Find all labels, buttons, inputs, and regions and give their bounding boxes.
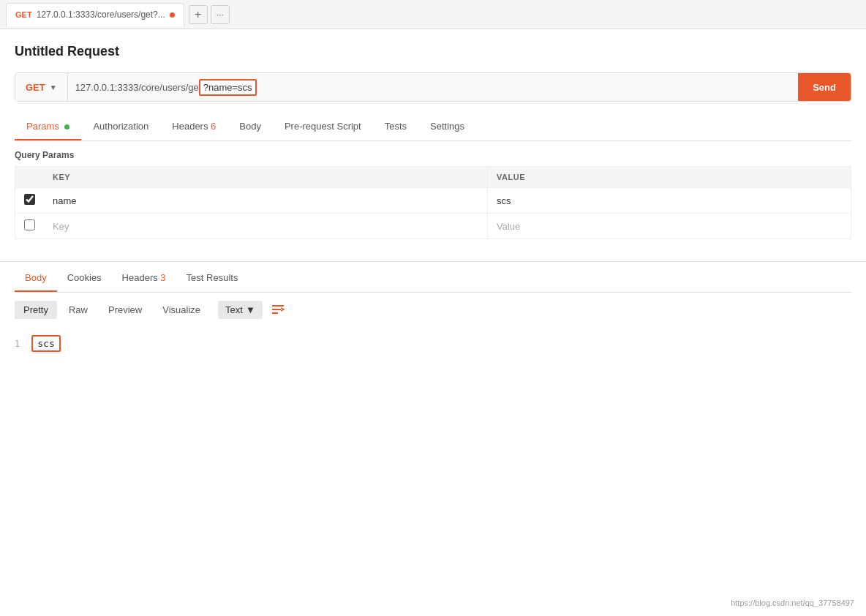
headers-badge: 6 [211,121,216,132]
response-body: 1 scs [15,326,851,361]
method-dropdown-arrow: ▼ [50,83,57,91]
tab-body[interactable]: Body [227,113,273,140]
wrap-button[interactable] [266,300,292,319]
row-checkbox-cell [15,188,45,214]
url-bar: GET ▼ 127.0.0.1:3333/core/users/ge ?name… [15,72,851,102]
add-tab-button[interactable]: + [189,5,208,24]
params-table: KEY VALUE name scs Key [15,166,851,239]
col-check [15,167,45,188]
tab-dot [170,12,175,18]
response-section: Body Cookies Headers 3 Test Results Pret… [0,262,866,375]
url-prefix: 127.0.0.1:3333/core/users/ge [75,82,199,93]
dropdown-arrow-icon: ▼ [246,304,255,315]
wrap-icon [271,304,286,315]
tab-headers[interactable]: Headers 6 [160,113,227,140]
format-bar: Pretty Raw Preview Visualize Text ▼ [15,293,851,326]
method-label: GET [26,82,45,93]
params-active-dot [64,124,69,129]
table-row: name scs [15,188,851,214]
resp-tab-headers[interactable]: Headers 3 [112,265,176,292]
headers-label: Headers 6 [172,121,216,132]
response-tabs: Body Cookies Headers 3 Test Results [15,262,851,293]
empty-row: Key Value [15,214,851,239]
empty-value[interactable]: Value [488,214,851,239]
col-value: VALUE [488,167,851,188]
send-button[interactable]: Send [798,73,851,101]
resp-tab-cookies[interactable]: Cookies [57,265,112,292]
tab-method: GET [15,10,32,19]
tab-bar: GET 127.0.0.1:3333/core/users/get?... + … [0,0,866,29]
tab-url: 127.0.0.1:3333/core/users/get?... [37,10,165,20]
empty-checkbox-cell [15,214,45,239]
col-key: KEY [44,167,488,188]
resp-tab-testresults[interactable]: Test Results [176,265,249,292]
response-line: 1 scs [15,334,851,353]
response-value: scs [31,335,60,352]
param-key[interactable]: name [44,188,488,214]
tab-tests[interactable]: Tests [373,113,418,140]
main-content: Untitled Request GET ▼ 127.0.0.1:3333/co… [0,29,866,239]
format-pretty-button[interactable]: Pretty [15,301,57,319]
request-tabs: Params Authorization Headers 6 Body Pre-… [15,113,851,141]
format-visualize-button[interactable]: Visualize [154,301,209,319]
empty-key[interactable]: Key [44,214,488,239]
resp-headers-badge: 3 [160,272,165,283]
format-type-dropdown[interactable]: Text ▼ [218,301,263,319]
query-params-title: Query Params [15,141,851,166]
param-value[interactable]: scs [488,188,851,214]
tab-settings[interactable]: Settings [418,113,476,140]
url-input[interactable]: 127.0.0.1:3333/core/users/ge ?name=scs [68,79,799,96]
format-raw-button[interactable]: Raw [60,301,97,319]
tab-params[interactable]: Params [15,113,81,140]
empty-checkbox[interactable] [24,219,35,230]
resp-tab-body[interactable]: Body [15,265,57,292]
row-checkbox[interactable] [24,194,35,205]
more-tabs-button[interactable]: ··· [211,5,230,24]
request-title: Untitled Request [15,44,851,59]
method-selector[interactable]: GET ▼ [15,73,68,101]
tab-authorization[interactable]: Authorization [81,113,160,140]
active-tab[interactable]: GET 127.0.0.1:3333/core/users/get?... [6,3,184,26]
tab-prerequest[interactable]: Pre-request Script [273,113,373,140]
url-highlight: ?name=scs [199,79,257,96]
line-number: 1 [15,339,20,349]
format-preview-button[interactable]: Preview [99,301,151,319]
